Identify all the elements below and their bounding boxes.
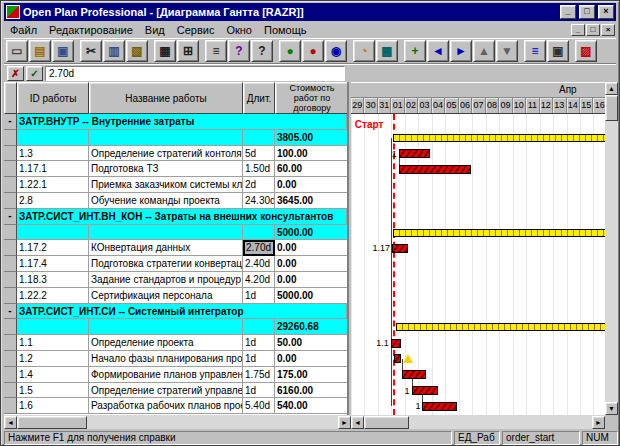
gantt-scroll-right-button[interactable]: ►	[592, 416, 605, 429]
cell-name[interactable]: Подготовка ТЗ	[89, 161, 243, 177]
menu-view[interactable]: Вид	[139, 23, 171, 37]
row-gutter[interactable]	[4, 177, 17, 193]
cell-id[interactable]: 1.22.2	[17, 288, 89, 304]
menu-help[interactable]: Помощь	[258, 23, 313, 37]
cell-name[interactable]: Начало фазы планирования проекта	[89, 351, 243, 367]
row-gutter[interactable]: -	[4, 209, 17, 225]
summary-bar[interactable]	[393, 229, 607, 237]
cell-id[interactable]: 1.18.3	[17, 272, 89, 288]
cell-duration[interactable]: 5.40d	[243, 398, 275, 414]
report-button[interactable]: ≡	[205, 40, 227, 62]
cell-duration[interactable]	[243, 225, 275, 241]
cell-cost[interactable]: 0.00	[275, 256, 347, 272]
row-gutter[interactable]: -	[4, 114, 17, 130]
cell-id[interactable]: 1.6	[17, 398, 89, 414]
cell-id[interactable]: 2.8	[17, 193, 89, 209]
cell-id[interactable]: 1.22.1	[17, 177, 89, 193]
cell-cost[interactable]: 3805.00	[275, 130, 347, 146]
row-gutter[interactable]	[4, 146, 17, 162]
cell-name[interactable]: Разработка рабочих планов проекта	[89, 398, 243, 414]
cell-id[interactable]: 1.2	[17, 351, 89, 367]
cell-duration[interactable]	[243, 319, 275, 335]
cell-name[interactable]: Подготовка стратегии конвертации	[89, 256, 243, 272]
table-scroll-left-button[interactable]: ◄	[4, 416, 17, 429]
cell-id[interactable]: 1.1	[17, 335, 89, 351]
row-gutter[interactable]	[4, 225, 17, 241]
cell-name[interactable]: Сертификация персонала	[89, 288, 243, 304]
cell-cost[interactable]: 5000.00	[275, 225, 347, 241]
cost-chart-button[interactable]: ◉	[325, 40, 347, 62]
cell-duration[interactable]: 1d	[243, 288, 275, 304]
task-bar[interactable]	[391, 339, 401, 348]
close-button[interactable]: ×	[598, 5, 614, 19]
row-gutter[interactable]	[4, 351, 17, 367]
go-next-button[interactable]: ►	[450, 40, 472, 62]
cell-cost[interactable]: 3645.00	[275, 193, 347, 209]
time-analysis-button[interactable]: ●	[279, 40, 301, 62]
view-screen-button[interactable]: ▣	[547, 40, 569, 62]
cell-id[interactable]: 1.17.4	[17, 256, 89, 272]
cell-duration[interactable]: 2d	[243, 177, 275, 193]
cell-cost[interactable]: 0.00	[275, 272, 347, 288]
context-help-button[interactable]: ?	[251, 40, 273, 62]
cell-id[interactable]	[17, 225, 89, 241]
menu-window[interactable]: Окно	[220, 23, 258, 37]
row-gutter[interactable]	[4, 256, 17, 272]
table-scroll-thumb[interactable]	[17, 416, 87, 429]
cell-duration[interactable]: 4.20d	[243, 272, 275, 288]
mdi-restore-button[interactable]: □	[586, 24, 600, 36]
mdi-close-button[interactable]: ×	[601, 24, 615, 36]
row-gutter[interactable]	[4, 398, 17, 414]
cell-id[interactable]: 1.17.2	[17, 240, 89, 256]
cell-duration[interactable]: 1d	[243, 351, 275, 367]
task-bar[interactable]	[399, 165, 472, 174]
scroll-up-button[interactable]: ▲	[605, 82, 618, 95]
table-scroll-right-button[interactable]: ►	[338, 416, 351, 429]
cell-duration[interactable]: 2.70d	[243, 240, 275, 256]
cell-duration[interactable]: 2.40d	[243, 256, 275, 272]
row-gutter[interactable]	[4, 367, 17, 383]
gantt-scroll-left-button[interactable]: ◄	[351, 416, 364, 429]
cell-cost[interactable]: 6160.00	[275, 383, 347, 399]
cell-name[interactable]	[89, 319, 243, 335]
cell-id[interactable]	[17, 130, 89, 146]
cell-duration[interactable]: 5d	[243, 146, 275, 162]
cell-name[interactable]: Приемка заказчиком системы клиент	[89, 177, 243, 193]
summary-bar[interactable]	[393, 134, 607, 142]
task-bar[interactable]	[392, 244, 408, 253]
cell-cost[interactable]: 100.00	[275, 146, 347, 162]
task-bar[interactable]	[399, 149, 430, 158]
cell-id[interactable]: 1.5	[17, 383, 89, 399]
row-gutter[interactable]	[4, 130, 17, 146]
cell-cost[interactable]: 175.00	[275, 367, 347, 383]
task-bar[interactable]	[412, 386, 439, 395]
clock-button[interactable]: ◔	[353, 40, 375, 62]
edit-value-field[interactable]: 2.70d	[45, 66, 345, 81]
copy-button[interactable]: ▥	[103, 40, 125, 62]
vertical-scrollbar[interactable]: ▲ ▼	[605, 82, 618, 415]
calculate-button[interactable]: ▩	[376, 40, 398, 62]
cancel-edit-button[interactable]: ✗	[7, 66, 24, 81]
go-previous-button[interactable]: ◄	[427, 40, 449, 62]
row-gutter[interactable]	[4, 335, 17, 351]
cell-cost[interactable]: 0.00	[275, 240, 347, 256]
cell-duration[interactable]	[243, 130, 275, 146]
cell-name[interactable]: Формирование планов управления	[89, 367, 243, 383]
row-gutter[interactable]	[4, 193, 17, 209]
view-gantt-button[interactable]: ≡	[524, 40, 546, 62]
mdi-minimize-button[interactable]: _	[571, 24, 585, 36]
row-gutter[interactable]	[4, 161, 17, 177]
new-document-button[interactable]: ▭	[6, 40, 28, 62]
table-scroll-track[interactable]	[87, 416, 338, 429]
row-gutter[interactable]	[4, 319, 17, 335]
cell-name[interactable]	[89, 130, 243, 146]
cell-name[interactable]: Определение стратегий контоля и отч	[89, 146, 243, 162]
cell-duration[interactable]: 1.50d	[243, 161, 275, 177]
cell-cost[interactable]: 60.00	[275, 161, 347, 177]
cell-duration[interactable]: 1d	[243, 383, 275, 399]
cell-cost[interactable]: 50.00	[275, 335, 347, 351]
row-gutter[interactable]	[4, 240, 17, 256]
cell-name[interactable]: Определение проекта	[89, 335, 243, 351]
open-folder-button[interactable]: ▤	[29, 40, 51, 62]
row-gutter[interactable]	[4, 383, 17, 399]
